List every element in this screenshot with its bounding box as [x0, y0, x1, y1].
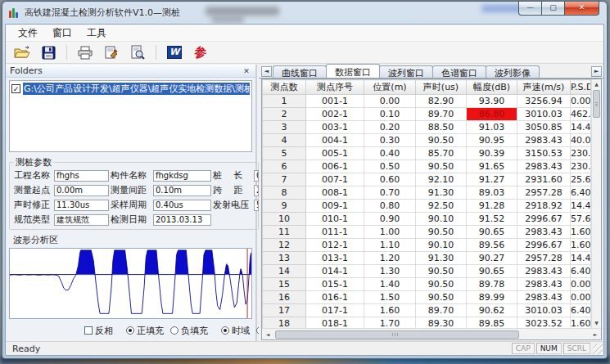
print-setup-button[interactable]: [102, 43, 121, 61]
scroll-right-icon[interactable]: ►: [590, 331, 601, 337]
scroll-down-icon[interactable]: ▼: [592, 318, 601, 328]
desktop-artifact: [211, 16, 244, 23]
tab-scroll-right-icon[interactable]: ►: [591, 66, 602, 77]
tab-scroll-left-icon[interactable]: ◄: [261, 66, 272, 77]
vertical-scroll-thumb[interactable]: [593, 90, 600, 118]
close-button[interactable]: ✕: [564, 2, 599, 16]
table-row[interactable]: 13013-11.2091.3090.272957.2814.4: [263, 252, 591, 265]
radio-selected-icon: [126, 326, 134, 335]
table-cell: 2983.43: [517, 226, 571, 239]
param-value-field[interactable]: fhgkdsg: [153, 170, 211, 182]
table-row[interactable]: 16016-11.5090.5089.992983.430.00: [263, 291, 591, 304]
table-cell: 009-1: [306, 200, 364, 213]
param-value-field[interactable]: 11.30us: [54, 200, 109, 211]
table-cell: 3010.03: [517, 304, 571, 317]
print-preview-button[interactable]: [128, 43, 147, 61]
column-header[interactable]: P.S.D(us: [571, 80, 591, 95]
column-header[interactable]: 声速(m/s): [517, 80, 571, 95]
save-button[interactable]: [38, 43, 58, 61]
tab-色谱窗口[interactable]: 色谱窗口: [432, 65, 486, 78]
tab-数据窗口[interactable]: 数据窗口: [326, 64, 380, 78]
horizontal-scroll-thumb[interactable]: [275, 330, 519, 339]
table-cell: 3256.94: [517, 95, 571, 108]
column-header[interactable]: 位置(m): [364, 80, 416, 95]
print-button[interactable]: [75, 43, 95, 61]
scroll-left-icon[interactable]: ◄: [262, 331, 273, 337]
table-cell: 90.50: [416, 265, 467, 278]
tab-波列影像[interactable]: 波列影像: [486, 65, 540, 78]
table-cell: 3010.03: [517, 108, 571, 121]
param-value-field[interactable]: 0.00m: [54, 185, 109, 196]
menu-item-文件[interactable]: 文件: [11, 25, 45, 42]
param-value-field[interactable]: 0.10m: [153, 185, 211, 196]
title-bar[interactable]: 高铁建混凝土检测分析软件V1.0—测桩 — ▢ ✕: [2, 2, 607, 24]
param-value-field[interactable]: 0.40us: [153, 200, 211, 211]
open-button[interactable]: [12, 43, 32, 61]
horizontal-scrollbar[interactable]: ◄ ►: [262, 328, 601, 339]
table-row[interactable]: 10010-10.9090.1091.522996.6757.6: [263, 213, 591, 226]
table-cell: 0.90: [364, 213, 416, 226]
table-cell: 006-1: [306, 160, 364, 173]
table-cell: 90.50: [416, 134, 467, 147]
table-row[interactable]: 17017-11.6089.7090.623010.036.40: [263, 304, 591, 317]
waveform-plot[interactable]: [9, 248, 252, 319]
tab-曲线窗口[interactable]: 曲线窗口: [273, 65, 327, 78]
indicator-scrl: SCRL: [563, 343, 590, 354]
table-row[interactable]: 2002-10.1089.7086.803010.03462.4: [263, 108, 591, 121]
word-icon: W: [167, 46, 182, 59]
menu-item-窗口[interactable]: 窗口: [45, 25, 79, 42]
file-list[interactable]: ✓ G:\公司产品设计开发\超声仪器\超声仪实地检测数据\测桩\cd\cd03\…: [9, 80, 252, 152]
param-label: 跨 距: [213, 184, 252, 196]
folders-panel-title: Folders: [10, 65, 43, 76]
file-list-item[interactable]: ✓ G:\公司产品设计开发\超声仪器\超声仪实地检测数据\测桩\cd\cd03\…: [10, 81, 251, 97]
table-row[interactable]: 7007-10.6092.1091.272931.6025.6: [263, 173, 591, 186]
table-row[interactable]: 9009-10.8092.5091.282918.9214.4: [263, 200, 591, 213]
menu-item-工具[interactable]: 工具: [79, 25, 114, 42]
table-cell: 91.65: [467, 160, 517, 173]
param-label: 声时修正: [14, 199, 52, 211]
table-row[interactable]: 1001-10.0082.9093.903256.940.00: [263, 95, 591, 108]
tab-波列窗口[interactable]: 波列窗口: [379, 65, 433, 78]
column-header[interactable]: 测点序号: [306, 80, 364, 95]
scroll-up-icon[interactable]: ▲: [592, 79, 601, 89]
invert-checkbox[interactable]: 反相: [84, 325, 113, 337]
table-cell: 0.70: [364, 186, 416, 200]
file-checkbox-checked-icon[interactable]: ✓: [11, 84, 20, 93]
table-cell: 14: [263, 265, 306, 278]
param-value-field[interactable]: 2013.03.13: [153, 214, 211, 226]
maximize-button[interactable]: ▢: [541, 2, 565, 16]
table-cell: 89.70: [416, 108, 467, 121]
column-header[interactable]: 幅度(dB): [467, 80, 517, 95]
fill-negative-radio[interactable]: 负填充: [170, 325, 208, 337]
reference-icon: 参: [195, 45, 207, 61]
resize-grip[interactable]: [593, 344, 603, 354]
table-row[interactable]: 12012-11.1090.1089.562996.671.60: [263, 239, 591, 252]
fill-positive-radio[interactable]: 正填充: [126, 325, 164, 337]
minimize-button[interactable]: —: [518, 2, 542, 16]
param-value-field[interactable]: fhghs: [54, 170, 109, 182]
param-value-field[interactable]: 建筑规范: [54, 214, 109, 226]
table-row[interactable]: 8008-10.7091.3089.032957.286.40: [263, 186, 591, 200]
column-header[interactable]: 测点数: [263, 80, 306, 95]
printer-icon: [77, 46, 93, 60]
time-domain-radio[interactable]: 时域: [221, 325, 250, 337]
table-row[interactable]: 11011-11.0090.5090.652983.431.60: [263, 226, 591, 239]
table-cell: 002-1: [306, 108, 364, 121]
vertical-scrollbar[interactable]: ▲ ▼: [591, 79, 601, 328]
table-row[interactable]: 3003-10.2088.5091.033050.8514.4: [263, 121, 591, 134]
table-row[interactable]: 4004-10.3090.5090.952983.4340.0: [263, 134, 591, 147]
table-row[interactable]: 5005-10.4085.7090.393150.53230.4: [263, 147, 591, 160]
table-row[interactable]: 15015-11.4090.5089.782983.430.00: [263, 278, 591, 291]
table-cell: 0.00: [571, 291, 591, 304]
reference-button[interactable]: 参: [191, 43, 210, 61]
word-export-button[interactable]: W: [165, 43, 184, 61]
table-row[interactable]: 14014-11.3090.5090.652983.436.40: [263, 265, 591, 278]
table-cell: 010-1: [306, 213, 364, 226]
param-label: 规范类型: [14, 213, 52, 226]
table-cell: 462.4: [571, 108, 591, 121]
table-cell: 1.10: [364, 239, 416, 252]
table-row[interactable]: 6006-10.5090.5091.652983.43230.4: [263, 160, 591, 173]
table-cell: 89.78: [467, 278, 517, 291]
column-header[interactable]: 声时(us): [416, 80, 467, 95]
panel-close-icon[interactable]: ✕: [242, 67, 251, 75]
